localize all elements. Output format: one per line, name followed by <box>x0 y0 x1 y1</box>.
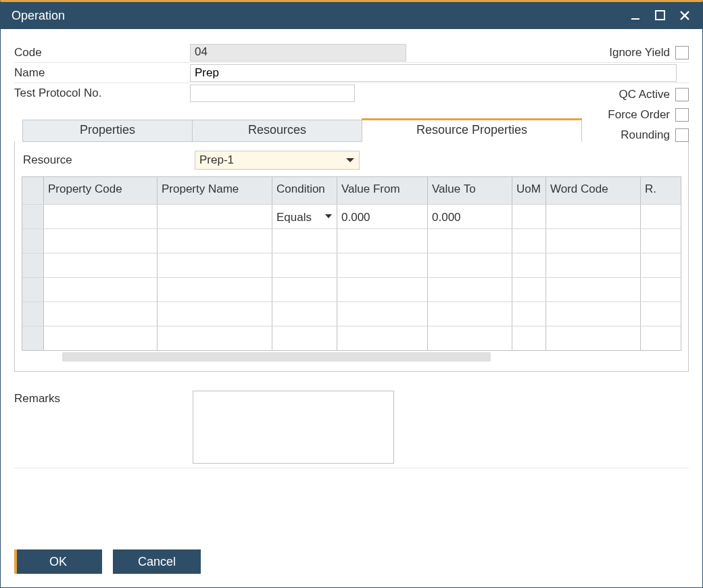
cell-value-from[interactable]: 0.000 <box>337 205 428 228</box>
code-label: Code <box>14 46 190 59</box>
chevron-down-icon <box>345 155 355 165</box>
col-uom[interactable]: UoM <box>512 177 546 204</box>
tab-strip: Properties Resources Resource Properties <box>14 120 689 142</box>
qc-active-checkbox[interactable] <box>675 88 689 101</box>
property-grid: Property Code Property Name Condition Va… <box>22 176 681 351</box>
resource-label: Resource <box>23 153 195 167</box>
chevron-down-icon <box>324 212 333 220</box>
col-property-name[interactable]: Property Name <box>157 177 272 204</box>
grid-header: Property Code Property Name Condition Va… <box>22 177 681 204</box>
cell-uom[interactable] <box>512 205 546 228</box>
svg-rect-0 <box>631 18 639 20</box>
tab-resource-properties[interactable]: Resource Properties <box>362 120 582 142</box>
qc-active-row: QC Active <box>608 84 689 105</box>
content-area: Code 04 Name Test Protocol No. Ignore Yi… <box>1 29 702 587</box>
resource-row: Resource Prep-1 <box>22 149 681 176</box>
cell-word-code[interactable] <box>546 205 641 228</box>
table-row[interactable] <box>22 301 681 326</box>
table-row[interactable] <box>22 277 681 301</box>
close-icon[interactable] <box>675 7 694 24</box>
name-field[interactable] <box>190 64 677 82</box>
col-word-code[interactable]: Word Code <box>546 177 641 204</box>
col-selector[interactable] <box>22 177 44 204</box>
cell-value-to[interactable]: 0.000 <box>428 205 512 228</box>
horizontal-scrollbar[interactable] <box>22 351 681 360</box>
ignore-yield-row: Ignore Yield <box>608 43 689 63</box>
svg-rect-1 <box>656 11 664 20</box>
tab-panel-resource-properties: Resource Prep-1 Property Code Property N… <box>14 141 689 372</box>
minimize-icon[interactable] <box>627 7 646 24</box>
window-controls <box>627 7 694 24</box>
scrollbar-thumb[interactable] <box>62 352 491 362</box>
resource-combo[interactable]: Prep-1 <box>195 151 360 170</box>
dialog-buttons: OK Cancel <box>14 549 201 574</box>
cell-condition[interactable]: Equals <box>272 205 337 228</box>
ok-button[interactable]: OK <box>14 549 102 574</box>
cancel-button[interactable]: Cancel <box>113 549 201 574</box>
code-row: Code 04 <box>14 43 689 63</box>
tab-properties[interactable]: Properties <box>22 120 193 142</box>
table-row[interactable] <box>22 253 681 277</box>
col-value-to[interactable]: Value To <box>428 177 512 204</box>
name-row: Name <box>14 63 689 83</box>
name-label: Name <box>14 66 190 80</box>
code-field[interactable]: 04 <box>190 44 406 62</box>
remarks-row: Remarks <box>14 391 689 468</box>
tabs-container: Properties Resources Resource Properties… <box>14 120 689 372</box>
protocol-label: Test Protocol No. <box>14 87 190 100</box>
remarks-textarea[interactable] <box>193 391 394 464</box>
operation-window: Operation Code 04 Name Test Protocol No. <box>0 0 703 588</box>
ignore-yield-checkbox[interactable] <box>675 46 689 59</box>
table-row[interactable] <box>22 326 681 350</box>
remarks-label: Remarks <box>14 391 193 464</box>
table-row[interactable] <box>22 228 681 253</box>
col-property-code[interactable]: Property Code <box>44 177 157 204</box>
ignore-yield-label: Ignore Yield <box>609 46 670 59</box>
cell-property-code[interactable] <box>44 205 157 228</box>
cell-property-name[interactable] <box>157 205 272 228</box>
col-condition[interactable]: Condition <box>272 177 337 204</box>
protocol-field[interactable] <box>190 84 355 102</box>
table-row[interactable]: Equals 0.000 0.000 <box>22 204 681 228</box>
protocol-row: Test Protocol No. <box>14 83 689 103</box>
col-value-from[interactable]: Value From <box>337 177 428 204</box>
titlebar: Operation <box>1 2 702 29</box>
maximize-icon[interactable] <box>651 7 670 24</box>
cell-r[interactable] <box>641 205 666 228</box>
tab-resources[interactable]: Resources <box>192 120 362 142</box>
resource-selected: Prep-1 <box>199 153 234 167</box>
window-title: Operation <box>11 9 627 23</box>
col-r[interactable]: R. <box>641 177 666 204</box>
qc-active-label: QC Active <box>619 88 670 101</box>
